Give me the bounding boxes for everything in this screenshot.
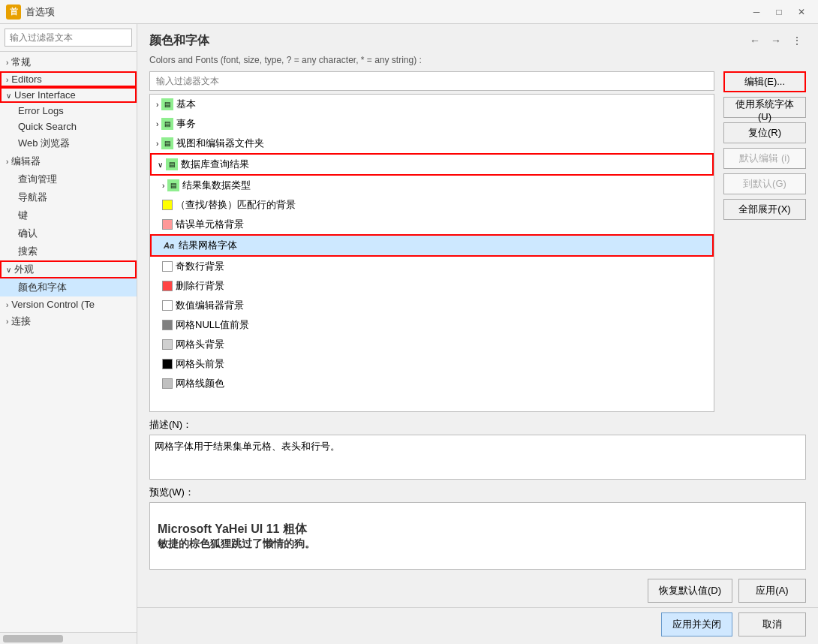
to-default-button[interactable]: 到默认(G) bbox=[723, 173, 806, 194]
edit-button[interactable]: 编辑(E)... bbox=[723, 71, 806, 92]
minimize-button[interactable]: ─ bbox=[746, 3, 767, 21]
color-swatch bbox=[162, 359, 173, 369]
preview-box: Microsoft YaHei UI 11 粗体 敏捷的棕色狐狸跳过了懒情的狗。 bbox=[149, 502, 806, 570]
sidebar-item-connection[interactable]: ›连接 bbox=[0, 312, 137, 330]
bottom-row2: 应用并关闭 取消 bbox=[137, 607, 818, 644]
ct-item-views-editors[interactable]: › ▤ 视图和编辑器文件夹 bbox=[150, 134, 714, 153]
ct-label: （查找/替换）匹配行的背景 bbox=[176, 198, 296, 212]
ct-label: 结果集数据类型 bbox=[182, 179, 251, 192]
close-button[interactable]: ✕ bbox=[791, 3, 812, 21]
sidebar-item-editors[interactable]: ›Editors bbox=[0, 71, 137, 87]
ct-item-result-set-types[interactable]: › ▤ 结果集数据类型 bbox=[150, 176, 714, 195]
apply-close-button[interactable]: 应用并关闭 bbox=[661, 612, 732, 636]
folder-icon: ▤ bbox=[161, 98, 173, 110]
sidebar-item-quick-search[interactable]: Quick Search bbox=[0, 119, 137, 134]
colors-left-panel: › ▤ 基本 › ▤ 事务 › ▤ bbox=[149, 71, 714, 412]
content-area: 颜色和字体 ← → ⋮ Colors and Fonts (font, size… bbox=[137, 24, 818, 644]
description-box: 网格字体用于结果集单元格、表头和行号。 bbox=[149, 435, 806, 480]
ct-item-result-grid-font[interactable]: Aa 结果网格字体 bbox=[150, 234, 714, 257]
cancel-button[interactable]: 取消 bbox=[738, 612, 806, 636]
sidebar-item-normal[interactable]: ›常规 bbox=[0, 53, 137, 71]
color-swatch bbox=[162, 219, 173, 230]
ct-item-delete-row-bg[interactable]: 删除行背景 bbox=[150, 276, 714, 296]
ct-item-grid-header-fg[interactable]: 网格头前景 bbox=[150, 354, 714, 374]
ct-label: 网格线颜色 bbox=[176, 377, 224, 390]
window-title: 首选项 bbox=[26, 5, 746, 19]
preview-line1: Microsoft YaHei UI 11 粗体 bbox=[158, 522, 798, 537]
sidebar-item-colors-fonts[interactable]: 颜色和字体 bbox=[0, 278, 137, 296]
colors-tree: › ▤ 基本 › ▤ 事务 › ▤ bbox=[149, 94, 714, 412]
ct-item-value-editor-bg[interactable]: 数值编辑器背景 bbox=[150, 296, 714, 315]
ct-label: 视图和编辑器文件夹 bbox=[176, 137, 264, 150]
preview-label: 预览(W)： bbox=[149, 486, 806, 499]
content-header: 颜色和字体 ← → ⋮ bbox=[137, 24, 818, 55]
nav-more-button[interactable]: ⋮ bbox=[788, 33, 806, 48]
reset-button[interactable]: 复位(R) bbox=[723, 122, 806, 143]
font-icon: Aa bbox=[164, 241, 174, 250]
sidebar-item-editors2[interactable]: ›编辑器 bbox=[0, 152, 137, 170]
arrow-icon: ∨ bbox=[158, 161, 163, 169]
titlebar: 首 首选项 ─ □ ✕ bbox=[0, 0, 818, 24]
ct-item-find-replace-bg[interactable]: （查找/替换）匹配行的背景 bbox=[150, 195, 714, 215]
window-controls: ─ □ ✕ bbox=[746, 3, 812, 21]
ct-label: 错误单元格背景 bbox=[176, 218, 244, 231]
default-edit-button[interactable]: 默认编辑 (i) bbox=[723, 148, 806, 169]
ct-item-grid-header-bg[interactable]: 网格头背景 bbox=[150, 335, 714, 354]
ct-item-affairs[interactable]: › ▤ 事务 bbox=[150, 114, 714, 134]
folder-icon: ▤ bbox=[167, 179, 179, 191]
ct-item-basic[interactable]: › ▤ 基本 bbox=[150, 95, 714, 114]
ct-item-error-cell-bg[interactable]: 错误单元格背景 bbox=[150, 215, 714, 234]
content-body: Colors and Fonts (font, size, type, ? = … bbox=[137, 55, 818, 576]
arrow-icon: › bbox=[6, 301, 8, 309]
arrow-icon: › bbox=[6, 158, 8, 166]
bottom-row1: 恢复默认值(D) 应用(A) bbox=[137, 576, 818, 603]
sidebar-item-keys[interactable]: 键 bbox=[0, 206, 137, 224]
sidebar-hscrollbar[interactable] bbox=[0, 632, 137, 644]
arrow-icon: › bbox=[162, 182, 164, 190]
sidebar-item-search[interactable]: 搜索 bbox=[0, 242, 137, 260]
colors-filter-area bbox=[149, 71, 714, 94]
ct-label: 事务 bbox=[176, 117, 196, 131]
description-text: 网格字体用于结果集单元格、表头和行号。 bbox=[155, 441, 340, 452]
ct-label: 基本 bbox=[176, 98, 196, 111]
sidebar-item-web-browser[interactable]: Web 浏览器 bbox=[0, 134, 137, 152]
sidebar-item-confirm[interactable]: 确认 bbox=[0, 224, 137, 242]
ct-item-grid-line-color[interactable]: 网格线颜色 bbox=[150, 374, 714, 393]
arrow-icon: › bbox=[6, 59, 8, 67]
header-nav: ← → ⋮ bbox=[746, 33, 806, 48]
restore-defaults-button[interactable]: 恢复默认值(D) bbox=[648, 579, 732, 603]
colors-filter-input[interactable] bbox=[149, 71, 714, 91]
expand-all-button[interactable]: 全部展开(X) bbox=[723, 199, 806, 220]
sidebar-item-version-control[interactable]: ›Version Control (Te bbox=[0, 296, 137, 312]
ct-item-db-query[interactable]: ∨ ▤ 数据库查询结果 bbox=[150, 153, 714, 176]
color-swatch bbox=[162, 378, 173, 389]
ct-label: 网格头背景 bbox=[176, 338, 224, 351]
nav-back-button[interactable]: ← bbox=[746, 33, 764, 48]
preview-line2: 敏捷的棕色狐狸跳过了懒情的狗。 bbox=[158, 537, 798, 551]
ct-item-grid-null-fg[interactable]: 网格NULL值前景 bbox=[150, 315, 714, 335]
ct-label: 数据库查询结果 bbox=[181, 158, 249, 171]
color-swatch bbox=[162, 200, 173, 210]
ct-item-odd-row-bg[interactable]: 奇数行背景 bbox=[150, 257, 714, 276]
use-system-font-button[interactable]: 使用系统字体(U) bbox=[723, 97, 806, 118]
sidebar-item-appearance[interactable]: ∨外观 bbox=[0, 260, 137, 278]
sidebar-item-error-logs[interactable]: Error Logs bbox=[0, 103, 137, 119]
sidebar-item-query-mgr[interactable]: 查询管理 bbox=[0, 170, 137, 188]
preview-section: 预览(W)： Microsoft YaHei UI 11 粗体 敏捷的棕色狐狸跳… bbox=[149, 486, 806, 570]
apply-button[interactable]: 应用(A) bbox=[738, 579, 806, 603]
arrow-icon: › bbox=[156, 101, 158, 109]
description-label: 描述(N)： bbox=[149, 418, 806, 432]
arrow-icon: ∨ bbox=[6, 266, 11, 274]
description-section: 描述(N)： 网格字体用于结果集单元格、表头和行号。 bbox=[149, 418, 806, 480]
nav-forward-button[interactable]: → bbox=[767, 33, 785, 48]
sidebar-item-user-interface[interactable]: ∨User Interface bbox=[0, 87, 137, 103]
arrow-icon: › bbox=[6, 317, 8, 326]
color-swatch bbox=[162, 281, 173, 291]
maximize-button[interactable]: □ bbox=[768, 3, 789, 21]
colors-right-panel: 编辑(E)... 使用系统字体(U) 复位(R) 默认编辑 (i) 到默认(G)… bbox=[723, 71, 806, 412]
arrow-icon: ∨ bbox=[6, 92, 11, 100]
ct-label: 奇数行背景 bbox=[176, 260, 224, 273]
sidebar-item-navigator[interactable]: 导航器 bbox=[0, 188, 137, 206]
sidebar-filter-input[interactable] bbox=[5, 29, 132, 47]
ct-label: 网格头前景 bbox=[176, 357, 224, 371]
